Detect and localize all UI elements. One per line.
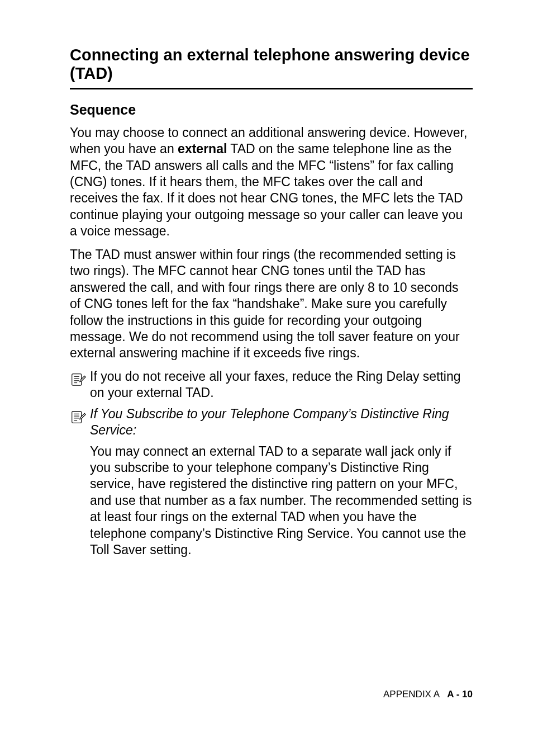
heading-rule <box>70 88 473 89</box>
section-heading: Connecting an external telephone answeri… <box>70 46 473 83</box>
note-icon <box>70 406 90 439</box>
footer-page: A - 10 <box>447 689 473 700</box>
note-1-text: If you do not receive all your faxes, re… <box>90 368 473 401</box>
paragraph-2: The TAD must answer within four rings (t… <box>70 247 473 362</box>
paragraph-1: You may choose to connect an additional … <box>70 125 473 240</box>
para1-bold: external <box>178 141 227 156</box>
svg-rect-0 <box>72 374 82 385</box>
note-2-title: If You Subscribe to your Telephone Compa… <box>90 406 473 439</box>
note-2-body: You may connect an external TAD to a sep… <box>70 443 473 559</box>
note-icon <box>70 368 90 401</box>
page-footer: APPENDIX A A - 10 <box>383 689 473 700</box>
note-2: If You Subscribe to your Telephone Compa… <box>70 406 473 439</box>
footer-label: APPENDIX A <box>383 689 439 700</box>
svg-rect-5 <box>72 411 82 423</box>
sub-heading: Sequence <box>70 102 473 118</box>
note-1: If you do not receive all your faxes, re… <box>70 368 473 401</box>
